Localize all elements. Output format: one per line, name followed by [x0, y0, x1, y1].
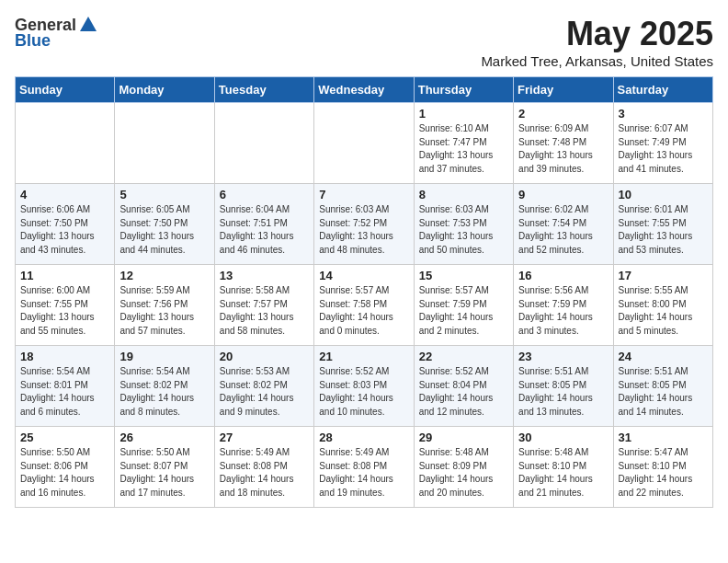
day-number: 18: [20, 350, 109, 363]
day-number: 8: [419, 188, 508, 201]
day-info: Sunrise: 5:58 AM Sunset: 7:57 PM Dayligh…: [220, 284, 309, 338]
weekday-header-sunday: Sunday: [16, 77, 115, 103]
page-header: General Blue May 2025 Marked Tree, Arkan…: [15, 15, 713, 69]
calendar-cell: 19Sunrise: 5:54 AM Sunset: 8:02 PM Dayli…: [115, 346, 214, 427]
calendar-cell: 27Sunrise: 5:49 AM Sunset: 8:08 PM Dayli…: [214, 427, 313, 508]
day-info: Sunrise: 5:51 AM Sunset: 8:05 PM Dayligh…: [619, 365, 708, 419]
day-info: Sunrise: 5:47 AM Sunset: 8:10 PM Dayligh…: [619, 446, 708, 500]
day-info: Sunrise: 6:03 AM Sunset: 7:53 PM Dayligh…: [419, 203, 508, 257]
calendar-cell: 10Sunrise: 6:01 AM Sunset: 7:55 PM Dayli…: [613, 184, 712, 265]
calendar-table: SundayMondayTuesdayWednesdayThursdayFrid…: [15, 76, 713, 508]
calendar-cell: 8Sunrise: 6:03 AM Sunset: 7:53 PM Daylig…: [414, 184, 513, 265]
day-number: 6: [220, 188, 309, 201]
calendar-cell: 11Sunrise: 6:00 AM Sunset: 7:55 PM Dayli…: [16, 265, 115, 346]
weekday-header-saturday: Saturday: [613, 77, 712, 103]
day-number: 13: [220, 269, 309, 282]
day-number: 31: [619, 431, 708, 444]
location-text: Marked Tree, Arkansas, United States: [481, 53, 713, 69]
title-block: May 2025 Marked Tree, Arkansas, United S…: [481, 15, 713, 69]
calendar-cell: 23Sunrise: 5:51 AM Sunset: 8:05 PM Dayli…: [514, 346, 613, 427]
calendar-cell: 24Sunrise: 5:51 AM Sunset: 8:05 PM Dayli…: [613, 346, 712, 427]
svg-marker-0: [80, 17, 97, 31]
calendar-cell: 13Sunrise: 5:58 AM Sunset: 7:57 PM Dayli…: [214, 265, 313, 346]
calendar-cell: 6Sunrise: 6:04 AM Sunset: 7:51 PM Daylig…: [214, 184, 313, 265]
calendar-week-1: 1Sunrise: 6:10 AM Sunset: 7:47 PM Daylig…: [16, 103, 713, 184]
calendar-week-2: 4Sunrise: 6:06 AM Sunset: 7:50 PM Daylig…: [16, 184, 713, 265]
day-number: 23: [518, 350, 608, 363]
day-info: Sunrise: 6:05 AM Sunset: 7:50 PM Dayligh…: [119, 203, 209, 257]
day-number: 28: [319, 431, 408, 444]
logo-blue-text: Blue: [15, 31, 51, 51]
day-info: Sunrise: 5:51 AM Sunset: 8:05 PM Dayligh…: [518, 365, 608, 419]
day-info: Sunrise: 5:52 AM Sunset: 8:03 PM Dayligh…: [319, 365, 408, 419]
day-number: 16: [518, 269, 608, 282]
calendar-cell: 25Sunrise: 5:50 AM Sunset: 8:06 PM Dayli…: [16, 427, 115, 508]
day-info: Sunrise: 5:48 AM Sunset: 8:10 PM Dayligh…: [518, 446, 608, 500]
day-info: Sunrise: 6:00 AM Sunset: 7:55 PM Dayligh…: [20, 284, 109, 338]
weekday-row: SundayMondayTuesdayWednesdayThursdayFrid…: [16, 77, 713, 103]
day-number: 2: [518, 107, 608, 121]
day-number: 22: [419, 350, 508, 363]
calendar-cell: 30Sunrise: 5:48 AM Sunset: 8:10 PM Dayli…: [514, 427, 613, 508]
day-number: 5: [119, 188, 209, 201]
day-number: 30: [518, 431, 608, 444]
calendar-cell: 7Sunrise: 6:03 AM Sunset: 7:52 PM Daylig…: [314, 184, 414, 265]
day-number: 9: [518, 188, 608, 201]
day-number: 21: [319, 350, 408, 363]
calendar-cell: 28Sunrise: 5:49 AM Sunset: 8:08 PM Dayli…: [314, 427, 414, 508]
day-info: Sunrise: 6:09 AM Sunset: 7:48 PM Dayligh…: [518, 122, 608, 176]
weekday-header-tuesday: Tuesday: [214, 77, 313, 103]
month-title: May 2025: [481, 15, 713, 53]
day-info: Sunrise: 6:06 AM Sunset: 7:50 PM Dayligh…: [20, 203, 109, 257]
calendar-cell: 12Sunrise: 5:59 AM Sunset: 7:56 PM Dayli…: [115, 265, 214, 346]
day-info: Sunrise: 5:55 AM Sunset: 8:00 PM Dayligh…: [619, 284, 708, 338]
calendar-cell: 4Sunrise: 6:06 AM Sunset: 7:50 PM Daylig…: [16, 184, 115, 265]
calendar-cell: 15Sunrise: 5:57 AM Sunset: 7:59 PM Dayli…: [414, 265, 513, 346]
calendar-cell: 1Sunrise: 6:10 AM Sunset: 7:47 PM Daylig…: [414, 103, 513, 184]
calendar-week-5: 25Sunrise: 5:50 AM Sunset: 8:06 PM Dayli…: [16, 427, 713, 508]
calendar-header: SundayMondayTuesdayWednesdayThursdayFrid…: [16, 77, 713, 103]
day-number: 11: [20, 269, 109, 282]
day-info: Sunrise: 5:50 AM Sunset: 8:06 PM Dayligh…: [20, 446, 109, 500]
day-info: Sunrise: 5:53 AM Sunset: 8:02 PM Dayligh…: [220, 365, 309, 419]
day-info: Sunrise: 6:04 AM Sunset: 7:51 PM Dayligh…: [220, 203, 309, 257]
day-info: Sunrise: 5:49 AM Sunset: 8:08 PM Dayligh…: [319, 446, 408, 500]
day-number: 10: [619, 188, 708, 201]
weekday-header-thursday: Thursday: [414, 77, 513, 103]
calendar-cell: [214, 103, 313, 184]
day-info: Sunrise: 6:10 AM Sunset: 7:47 PM Dayligh…: [419, 122, 508, 176]
day-number: 29: [419, 431, 508, 444]
day-info: Sunrise: 6:01 AM Sunset: 7:55 PM Dayligh…: [619, 203, 708, 257]
calendar-cell: [314, 103, 414, 184]
calendar-cell: 5Sunrise: 6:05 AM Sunset: 7:50 PM Daylig…: [115, 184, 214, 265]
calendar-cell: 16Sunrise: 5:56 AM Sunset: 7:59 PM Dayli…: [514, 265, 613, 346]
day-info: Sunrise: 5:54 AM Sunset: 8:01 PM Dayligh…: [20, 365, 109, 419]
calendar-cell: 31Sunrise: 5:47 AM Sunset: 8:10 PM Dayli…: [613, 427, 712, 508]
calendar-cell: [16, 103, 115, 184]
calendar-cell: 2Sunrise: 6:09 AM Sunset: 7:48 PM Daylig…: [514, 103, 613, 184]
logo-icon: [78, 15, 98, 35]
day-number: 12: [119, 269, 209, 282]
day-info: Sunrise: 5:49 AM Sunset: 8:08 PM Dayligh…: [220, 446, 309, 500]
day-number: 26: [119, 431, 209, 444]
calendar-cell: 21Sunrise: 5:52 AM Sunset: 8:03 PM Dayli…: [314, 346, 414, 427]
day-number: 4: [20, 188, 109, 201]
calendar-cell: 17Sunrise: 5:55 AM Sunset: 8:00 PM Dayli…: [613, 265, 712, 346]
calendar-body: 1Sunrise: 6:10 AM Sunset: 7:47 PM Daylig…: [16, 103, 713, 508]
calendar-cell: 3Sunrise: 6:07 AM Sunset: 7:49 PM Daylig…: [613, 103, 712, 184]
day-number: 15: [419, 269, 508, 282]
calendar-cell: 29Sunrise: 5:48 AM Sunset: 8:09 PM Dayli…: [414, 427, 513, 508]
day-info: Sunrise: 5:54 AM Sunset: 8:02 PM Dayligh…: [119, 365, 209, 419]
calendar-cell: 22Sunrise: 5:52 AM Sunset: 8:04 PM Dayli…: [414, 346, 513, 427]
day-info: Sunrise: 5:48 AM Sunset: 8:09 PM Dayligh…: [419, 446, 508, 500]
day-number: 7: [319, 188, 408, 201]
day-info: Sunrise: 5:56 AM Sunset: 7:59 PM Dayligh…: [518, 284, 608, 338]
calendar-cell: [115, 103, 214, 184]
day-number: 24: [619, 350, 708, 363]
day-info: Sunrise: 6:07 AM Sunset: 7:49 PM Dayligh…: [619, 122, 708, 176]
weekday-header-friday: Friday: [514, 77, 613, 103]
day-number: 17: [619, 269, 708, 282]
day-number: 14: [319, 269, 408, 282]
day-info: Sunrise: 6:03 AM Sunset: 7:52 PM Dayligh…: [319, 203, 408, 257]
calendar-cell: 14Sunrise: 5:57 AM Sunset: 7:58 PM Dayli…: [314, 265, 414, 346]
